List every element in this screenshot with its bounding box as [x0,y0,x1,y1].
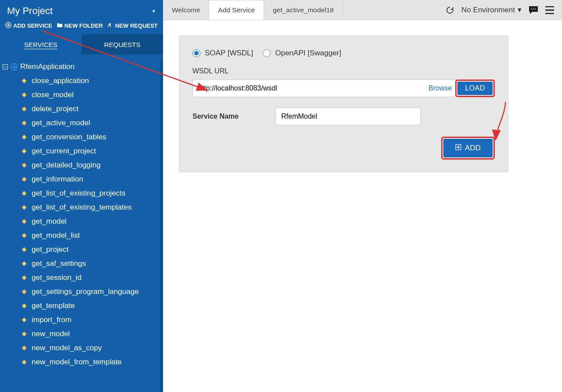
operation-icon [21,275,27,281]
operation-item[interactable]: import_from [19,313,163,327]
sidebar-tab-requests-label: REQUESTS [104,41,141,48]
add-service-label: ADD SERVICE [13,22,52,29]
operation-icon [21,176,27,182]
operation-item[interactable]: get_template [19,299,163,313]
project-header[interactable]: My Project ▼ [0,0,163,20]
tab-welcome[interactable]: Welcome [163,0,209,20]
sidebar-tab-requests[interactable]: REQUESTS [82,34,163,54]
svg-point-44 [533,8,534,9]
operation-item[interactable]: delete_project [19,102,163,116]
operation-label: get_saf_settings [32,259,86,268]
plus-icon [455,144,461,152]
operation-label: new_model_from_template [32,358,122,367]
operation-item[interactable]: get_current_project [19,144,163,158]
service-tree[interactable]: − RfemApplication close_applicationclose… [0,54,163,392]
operation-icon [21,303,27,309]
tab-label: Add Service [218,6,255,14]
load-button[interactable]: LOAD [457,82,493,95]
new-folder-label: NEW FOLDER [65,22,103,29]
operation-label: close_application [32,76,89,85]
operation-label: new_model_as_copy [32,344,102,352]
sidebar-tabs: SERVICES REQUESTS [0,34,163,54]
operation-icon [21,289,27,295]
new-request-label: NEW REQUEST [115,22,158,29]
browse-label: Browse [428,84,452,92]
operation-label: close_model [32,91,73,99]
refresh-icon[interactable] [446,6,454,15]
operation-item[interactable]: get_detailed_logging [19,158,163,172]
operation-icon [21,162,27,168]
add-button[interactable]: ADD [443,139,493,157]
operation-icon [21,148,27,154]
operation-icon [21,92,27,98]
add-service-panel: SOAP [WSDL] OpenAPI [Swagger] WSDL URL B… [179,35,508,172]
operation-item[interactable]: new_model_as_copy [19,341,163,355]
collapse-icon[interactable]: − [3,64,8,69]
tab-label: get_active_model18 [273,6,334,14]
sidebar-tab-services[interactable]: SERVICES [0,34,82,54]
operation-item[interactable]: get_information [19,172,163,186]
tab-add-service[interactable]: Add Service [209,0,264,20]
operation-icon [21,120,27,126]
operation-label: get_settings_program_language [32,287,139,296]
environment-picker[interactable]: No Environment ▾ [461,5,522,15]
operation-item[interactable]: new_model_from_template [19,355,163,369]
add-service-button[interactable]: ADD SERVICE [5,22,52,29]
operation-item[interactable]: get_session_id [19,271,163,285]
operation-icon [21,78,27,84]
operation-item[interactable]: get_list_of_existing_projects [19,186,163,200]
operation-label: get_detailed_logging [32,161,101,170]
chevron-down-icon: ▾ [518,5,522,15]
service-name-input[interactable] [276,108,421,125]
operation-label: get_model [32,217,66,226]
new-folder-button[interactable]: NEW FOLDER [57,22,103,29]
chat-icon[interactable] [529,6,538,15]
operation-icon [21,232,27,239]
operation-item[interactable]: get_model [19,214,163,229]
request-icon [107,22,113,29]
top-tabs: WelcomeAdd Serviceget_active_model18 [163,0,343,20]
operation-item[interactable]: get_saf_settings [19,257,163,271]
operation-item[interactable]: close_application [19,74,163,88]
operation-label: get_list_of_existing_templates [32,203,132,212]
operation-label: get_current_project [32,147,96,156]
operation-item[interactable]: new_model [19,327,163,341]
wsdl-url-input[interactable] [192,80,427,97]
operation-label: get_information [32,175,83,184]
operation-icon [21,106,27,112]
browse-link[interactable]: Browse [427,80,455,97]
operation-list: close_applicationclose_modeldelete_proje… [3,74,163,369]
new-request-button[interactable]: NEW REQUEST [107,22,158,29]
project-actions: ADD SERVICE NEW FOLDER NEW REQUEST [0,20,163,34]
operation-label: import_from [32,316,72,324]
operation-item[interactable]: get_project [19,243,163,257]
chevron-down-icon: ▼ [152,9,156,14]
menu-icon[interactable] [545,6,554,14]
svg-point-45 [535,8,536,9]
operation-item[interactable]: get_active_model [19,116,163,130]
sidebar-scrollbar[interactable] [160,59,163,392]
add-button-label: ADD [465,144,481,152]
folder-icon [57,22,63,29]
topbar-right-tools: No Environment ▾ [446,0,562,20]
sidebar: My Project ▼ ADD SERVICE NEW FOLDER NEW … [0,0,163,392]
radio-soap[interactable]: SOAP [WSDL] [192,49,253,58]
operation-item[interactable]: get_model_list [19,229,163,243]
add-button-highlight: ADD [441,137,495,160]
operation-icon [21,190,27,196]
radio-icon [192,49,200,57]
operation-icon [21,359,27,365]
radio-openapi[interactable]: OpenAPI [Swagger] [263,49,341,58]
sidebar-tab-services-label: SERVICES [24,41,58,48]
operation-item[interactable]: get_settings_program_language [19,285,163,299]
operation-item[interactable]: close_model [19,88,163,102]
operation-label: new_model [32,330,70,338]
service-root-row[interactable]: − RfemApplication [3,60,163,74]
operation-item[interactable]: get_conversion_tables [19,130,163,144]
tab-get-active-model18[interactable]: get_active_model18 [264,0,343,20]
operation-item[interactable]: get_list_of_existing_templates [19,200,163,214]
main-area: WelcomeAdd Serviceget_active_model18 No … [163,0,562,392]
environment-label: No Environment [461,6,515,15]
tab-label: Welcome [172,6,200,14]
operation-icon [21,134,27,140]
